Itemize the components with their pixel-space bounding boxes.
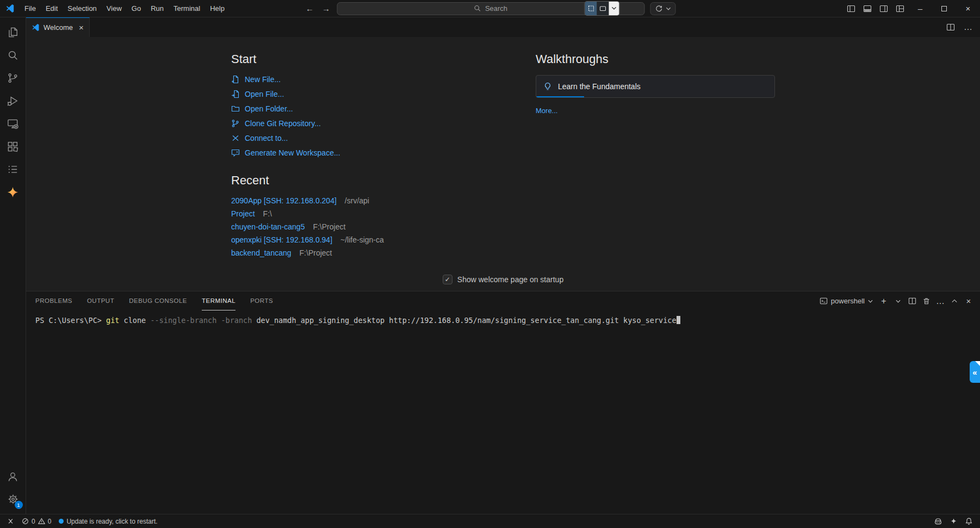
- walkthrough-card-fundamentals[interactable]: Learn the Fundamentals: [536, 75, 775, 98]
- menu-help[interactable]: Help: [205, 0, 230, 17]
- maximize-button[interactable]: [932, 0, 956, 17]
- command-center-search[interactable]: Search: [337, 2, 645, 15]
- copilot-icon: [934, 517, 942, 526]
- panel-tab-terminal[interactable]: TERMINAL: [202, 292, 235, 310]
- terminal-command-line[interactable]: PS C:\Users\PC> git clone --single-branc…: [35, 315, 980, 326]
- chevron-down-icon: [896, 300, 901, 303]
- clone-git-repository-link[interactable]: Clone Git Repository...: [231, 119, 487, 128]
- back-button[interactable]: ←: [305, 4, 315, 13]
- minimize-button[interactable]: –: [908, 0, 932, 17]
- update-status[interactable]: Update is ready, click to restart.: [55, 514, 161, 528]
- menu-go[interactable]: Go: [127, 0, 146, 17]
- tab-welcome[interactable]: Welcome ×: [26, 17, 90, 37]
- trash-icon: [922, 297, 931, 305]
- panel-tab-output[interactable]: OUTPUT: [87, 292, 114, 310]
- recent-item-path: F:\Project: [300, 249, 332, 257]
- status-bar: 0 0 Update is ready, click to restart.: [0, 514, 980, 528]
- activity-bar: 1: [0, 17, 26, 514]
- activitybar-search[interactable]: [1, 44, 25, 66]
- start-link-label: Connect to...: [245, 134, 288, 142]
- recent-item-link[interactable]: chuyen-doi-tan-cang5: [231, 222, 305, 231]
- capture-options-dropdown[interactable]: [609, 2, 619, 15]
- welcome-page: Start New File... Open File...: [26, 37, 980, 291]
- forward-button[interactable]: →: [321, 4, 332, 13]
- activitybar-checklist[interactable]: [1, 158, 25, 181]
- new-file-link[interactable]: New File...: [231, 75, 487, 84]
- more-panel-actions-button[interactable]: …: [933, 294, 947, 308]
- activitybar-extensions[interactable]: [1, 135, 25, 158]
- customize-layout-button[interactable]: [892, 0, 908, 17]
- menu-selection[interactable]: Selection: [63, 0, 101, 17]
- open-folder-link[interactable]: Open Folder...: [231, 104, 487, 113]
- recent-item-path: ~/life-sign-ca: [340, 235, 384, 244]
- menu-file[interactable]: File: [20, 0, 41, 17]
- close-tab-button[interactable]: ×: [79, 23, 84, 32]
- menu-run[interactable]: Run: [146, 0, 169, 17]
- open-file-link[interactable]: Open File...: [231, 90, 487, 98]
- notifications-bell[interactable]: [961, 514, 977, 528]
- generate-new-workspace-link[interactable]: Generate New Workspace...: [231, 148, 487, 157]
- screen-capture-overlay[interactable]: [585, 2, 619, 15]
- panel-tab-debug-console[interactable]: DEBUG CONSOLE: [129, 292, 187, 310]
- sparkle-status[interactable]: [946, 514, 961, 528]
- more-editor-actions-button[interactable]: …: [964, 22, 972, 32]
- statusbar-right: [930, 514, 977, 528]
- terminal-launch-dropdown[interactable]: [891, 294, 905, 308]
- open-folder-icon: [231, 104, 240, 113]
- walkthrough-progress: [536, 96, 584, 97]
- maximize-panel-button[interactable]: [947, 294, 962, 308]
- close-window-button[interactable]: ×: [956, 0, 980, 17]
- workbench-body: 1 Welcome × …: [0, 17, 980, 514]
- remote-indicator[interactable]: [3, 514, 18, 528]
- crop-region-icon[interactable]: [585, 2, 597, 15]
- close-panel-button[interactable]: ×: [962, 294, 976, 308]
- terminal-prompt: PS C:\Users\PC>: [35, 316, 102, 325]
- start-link-label: Open File...: [245, 90, 284, 98]
- sync-dropdown-button[interactable]: [650, 2, 676, 15]
- new-terminal-button[interactable]: +: [877, 294, 891, 308]
- activitybar-settings[interactable]: 1: [1, 488, 25, 511]
- activitybar-bottom: 1: [1, 465, 25, 511]
- menu-terminal[interactable]: Terminal: [169, 0, 205, 17]
- toggle-secondary-sidebar-button[interactable]: [876, 0, 892, 17]
- shell-selector-button[interactable]: powershell: [816, 297, 877, 305]
- recent-item-link[interactable]: 2090App [SSH: 192.168.0.204]: [231, 196, 337, 205]
- menu-view[interactable]: View: [102, 0, 127, 17]
- snip-window-icon[interactable]: [597, 2, 609, 15]
- activitybar-explorer[interactable]: [1, 21, 25, 44]
- split-terminal-button[interactable]: [905, 294, 919, 308]
- activitybar-accounts[interactable]: [1, 465, 25, 488]
- split-editor-button[interactable]: [946, 23, 955, 32]
- toggle-primary-sidebar-button[interactable]: [843, 0, 859, 17]
- activitybar-source-control[interactable]: [1, 66, 25, 89]
- problems-status[interactable]: 0 0: [18, 514, 55, 528]
- collapse-right-chip[interactable]: «: [970, 361, 980, 383]
- menu-edit[interactable]: Edit: [41, 0, 63, 17]
- recent-item-link[interactable]: Project: [231, 209, 255, 218]
- terminal-command: git: [106, 316, 119, 325]
- activitybar-ai-assistant[interactable]: [1, 181, 25, 203]
- recent-item-link[interactable]: openxpki [SSH: 192.168.0.94]: [231, 235, 332, 244]
- walkthrough-card-title: Learn the Fundamentals: [558, 82, 641, 91]
- panel-actions: powershell + …: [816, 294, 976, 308]
- connect-to-link[interactable]: Connect to...: [231, 134, 487, 142]
- vscode-logo-icon: [0, 4, 20, 13]
- kill-terminal-button[interactable]: [919, 294, 933, 308]
- panel-tab-ports[interactable]: PORTS: [250, 292, 273, 310]
- maximize-icon: [941, 6, 947, 11]
- toggle-panel-button[interactable]: [859, 0, 876, 17]
- main-column: Welcome × … Start: [26, 17, 980, 514]
- update-dot-icon: [59, 519, 64, 524]
- lightbulb-icon: [543, 82, 552, 91]
- check-icon: ✓: [445, 276, 450, 283]
- walkthroughs-more-link[interactable]: More...: [536, 107, 557, 115]
- terminal-arguments: dev_namdh_app_signing_desktop http://192…: [256, 316, 676, 325]
- recent-item-link[interactable]: backend_tancang: [231, 249, 291, 257]
- panel-tab-problems[interactable]: PROBLEMS: [35, 292, 72, 310]
- activitybar-run-debug[interactable]: [1, 89, 25, 112]
- show-welcome-checkbox[interactable]: ✓: [443, 275, 452, 284]
- terminal-viewport[interactable]: PS C:\Users\PC> git clone --single-branc…: [26, 310, 980, 514]
- activitybar-remote-explorer[interactable]: [1, 112, 25, 135]
- terminal-cursor: [677, 316, 680, 324]
- copilot-status[interactable]: [930, 514, 946, 528]
